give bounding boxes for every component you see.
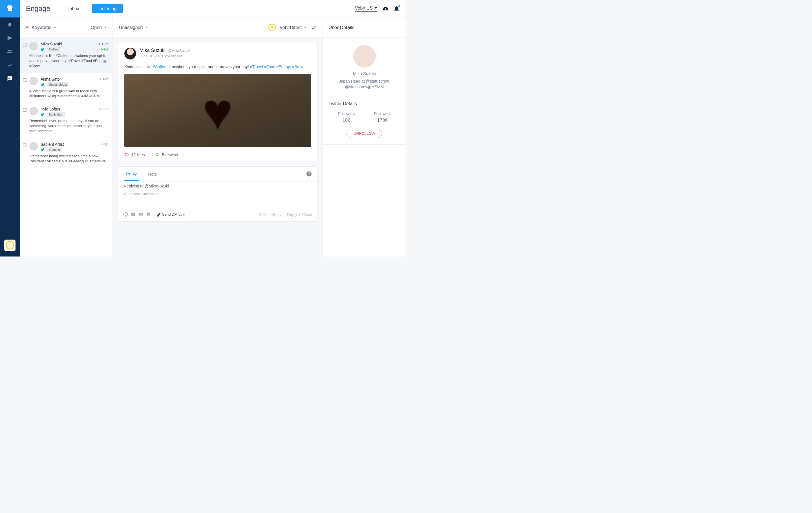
new-badge: NEW — [101, 48, 109, 51]
item-time: 10m — [99, 42, 109, 46]
nav-analytics-icon[interactable] — [0, 59, 20, 71]
item-avatar[interactable] — [29, 77, 38, 85]
item-author: Mika Suzuki — [40, 42, 62, 46]
list-item[interactable]: Kyle Loftus 20h Motivation Remember, eve… — [20, 103, 113, 138]
gif-icon[interactable]: GIF — [139, 212, 143, 217]
user-avatar[interactable] — [353, 45, 376, 68]
twitter-icon — [40, 83, 45, 87]
post-body: Kindness is like #Coffee. It awakens you… — [124, 64, 311, 70]
help-icon[interactable]: ? — [307, 171, 312, 177]
item-checkbox[interactable] — [23, 78, 27, 82]
assignment-dropdown[interactable]: Unassigned — [119, 25, 148, 30]
retweet-button[interactable]: 5 retweet — [155, 152, 178, 157]
dropdown-icon — [54, 26, 56, 29]
svg-point-0 — [123, 212, 127, 216]
item-time: 14h — [99, 77, 109, 81]
account-name: Voblr US — [355, 6, 373, 11]
item-tag: Social Media — [47, 82, 69, 87]
following-label: Following — [328, 111, 365, 116]
item-checkbox[interactable] — [23, 108, 27, 112]
item-tag: Gaming — [47, 147, 62, 152]
channel-label: VoblrDirect — [280, 25, 302, 30]
retweet-count: 5 retweet — [162, 152, 178, 157]
svg-point-1 — [125, 214, 125, 214]
emoji-icon[interactable] — [123, 212, 128, 217]
list-item[interactable]: Sapient Artist 1d Gaming I remember bein… — [20, 138, 113, 168]
bookmark-icon[interactable] — [146, 212, 151, 217]
svg-point-2 — [126, 214, 126, 214]
item-author: Kyle Loftus — [40, 107, 60, 111]
reply-input[interactable] — [118, 188, 317, 208]
notifications-icon[interactable] — [394, 6, 400, 12]
twitter-icon — [40, 47, 45, 51]
header: Engage Inbox Listening Voblr US — [20, 0, 406, 18]
unfollow-button[interactable]: UNFOLLOW — [347, 129, 383, 138]
author-avatar[interactable] — [124, 48, 136, 59]
item-text: I remember being excited each time a new… — [29, 154, 109, 164]
hashtag-link[interactable]: #Energy — [276, 65, 291, 69]
like-button[interactable]: 12 likes — [124, 152, 145, 157]
post-card: Mika Suzuki @MikaSuzuki June 01, 2018 6:… — [118, 43, 317, 161]
item-avatar[interactable] — [29, 142, 38, 151]
list-item[interactable]: Aisha Sato 14h Social Media #SocialMedia… — [20, 73, 113, 103]
notification-dot — [398, 5, 400, 7]
account-selector[interactable]: Voblr US — [355, 6, 377, 11]
nav-publish-icon[interactable] — [0, 32, 20, 44]
nav-engage-icon[interactable] — [0, 72, 20, 85]
reply-button[interactable]: Reply — [271, 212, 282, 217]
author-name[interactable]: Mika Suzuki — [140, 48, 166, 53]
item-text: #SocialMedia is a great way to reach new… — [29, 89, 109, 99]
reply-box: Reply Note ? Replying to @MikaSuzuki GIF — [118, 166, 317, 221]
item-tag: Motivation — [47, 112, 65, 117]
nav-rail — [0, 0, 20, 256]
hashtag-link[interactable]: #Brew — [292, 65, 303, 69]
item-avatar[interactable] — [29, 42, 38, 50]
link-icon — [157, 213, 161, 216]
like-count: 12 likes — [132, 152, 145, 157]
list-item[interactable]: Mika Suzuki 10m Coffee NEW Kindness is l… — [20, 38, 113, 73]
svg-point-4 — [132, 214, 133, 214]
dropdown-icon — [304, 26, 307, 29]
item-time: 1d — [102, 142, 109, 146]
twitter-details-title: Twitter Details — [328, 101, 400, 106]
filter-status-label: Open — [91, 25, 102, 30]
item-checkbox[interactable] — [23, 43, 27, 47]
filter-status[interactable]: Open — [91, 25, 107, 30]
char-count: 280 — [259, 212, 266, 217]
twitter-icon — [40, 148, 45, 152]
reply-close-button[interactable]: Reply & Close — [287, 212, 312, 217]
reply-tab-note[interactable]: Note — [146, 168, 159, 180]
reply-tab-reply[interactable]: Reply — [124, 168, 139, 181]
image-icon[interactable] — [131, 212, 136, 217]
user-details-panel: User Details Mika Suzuki Japan Head at @… — [323, 18, 406, 256]
cloud-download-icon[interactable] — [382, 6, 388, 12]
tab-listening[interactable]: Listening — [92, 4, 123, 13]
filter-keywords[interactable]: All Keywords — [25, 25, 56, 30]
item-author: Aisha Sato — [40, 77, 60, 82]
channel-dropdown[interactable]: VoblrDirect — [280, 25, 307, 30]
workspace-avatar[interactable] — [4, 240, 16, 251]
conversation-list: All Keywords Open Mika Suzuki 10m Coffee — [20, 18, 113, 256]
post-image[interactable]: ♥ — [124, 74, 311, 147]
nav-home-icon[interactable] — [0, 18, 20, 31]
item-author: Sapient Artist — [40, 142, 64, 147]
user-details-title: User Details — [323, 18, 406, 38]
send-dm-link-button[interactable]: Send DM Link — [154, 211, 188, 218]
send-dm-link-label: Send DM Link — [162, 212, 185, 216]
item-checkbox[interactable] — [23, 144, 27, 147]
hashtag-link[interactable]: #Food — [264, 65, 276, 69]
author-handle[interactable]: @MikaSuzuki — [168, 49, 190, 53]
heart-icon — [124, 152, 129, 157]
item-avatar[interactable] — [29, 107, 38, 115]
app-logo[interactable] — [0, 0, 20, 18]
hashtag-link[interactable]: #Coffee — [152, 65, 166, 69]
hashtag-link[interactable]: #Travel — [250, 65, 263, 69]
replying-to: Replying to @MikaSuzuki — [118, 181, 317, 188]
mark-done-icon[interactable] — [311, 25, 316, 30]
following-value: 186 — [328, 118, 365, 123]
dropdown-icon — [145, 26, 148, 29]
tab-inbox[interactable]: Inbox — [64, 4, 84, 13]
nav-audience-icon[interactable] — [0, 45, 20, 58]
filter-keywords-label: All Keywords — [25, 25, 51, 30]
twitter-icon — [40, 113, 45, 116]
